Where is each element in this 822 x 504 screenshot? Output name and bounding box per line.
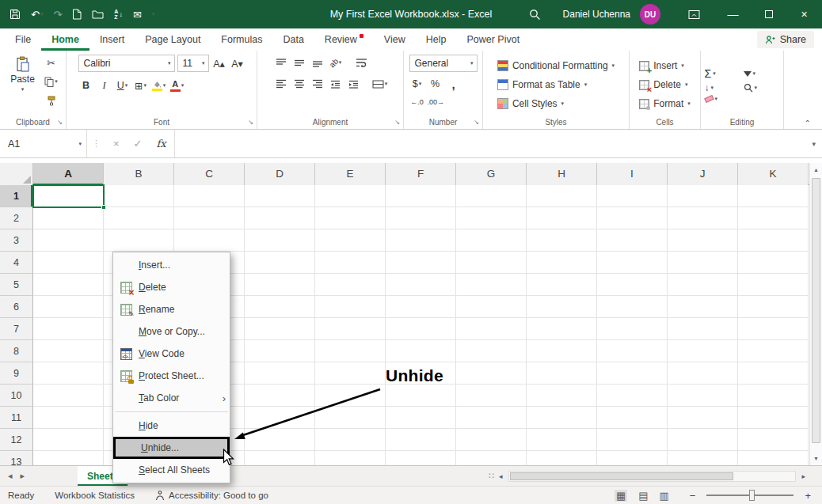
accessibility-status[interactable]: Accessibility: Good to go	[155, 491, 268, 501]
cell-f2[interactable]	[386, 207, 456, 229]
scroll-up-arrow-icon[interactable]: ▴	[810, 163, 822, 176]
zoom-in-button[interactable]: +	[805, 490, 811, 502]
tab-file[interactable]: File	[5, 28, 41, 51]
cell-c1[interactable]	[174, 185, 245, 207]
cell-j11[interactable]	[668, 407, 738, 429]
decrease-indent-button[interactable]	[328, 76, 344, 92]
cell-f8[interactable]	[386, 340, 456, 362]
font-size-combo[interactable]: 11 ▾	[177, 55, 209, 72]
menu-item-unhide[interactable]: Unhide...	[113, 437, 230, 459]
cell-k1[interactable]	[738, 185, 809, 207]
cell-g2[interactable]	[456, 207, 527, 229]
clear-button[interactable]: ▾	[705, 96, 741, 102]
scroll-right-arrow-icon[interactable]: ▸	[799, 472, 808, 480]
column-header-b[interactable]: B	[104, 163, 174, 185]
cell-h1[interactable]	[527, 185, 597, 207]
middle-align-button[interactable]	[291, 55, 307, 70]
cell-i6[interactable]	[597, 296, 668, 318]
cell-i4[interactable]	[597, 252, 668, 274]
cell-j5[interactable]	[668, 274, 738, 296]
cell-e1[interactable]	[315, 185, 386, 207]
cell-f6[interactable]	[386, 296, 456, 318]
bold-button[interactable]: B	[78, 78, 94, 93]
row-header-2[interactable]: 2	[0, 207, 33, 229]
sheet-nav-left-icon[interactable]: ◂	[8, 471, 13, 481]
cell-j6[interactable]	[668, 296, 738, 318]
bottom-align-button[interactable]	[310, 55, 325, 70]
row-header-7[interactable]: 7	[0, 318, 33, 340]
cell-a3[interactable]	[33, 229, 104, 252]
cell-a13[interactable]	[33, 451, 104, 465]
cell-e6[interactable]	[315, 296, 386, 318]
cell-a10[interactable]	[33, 385, 104, 407]
horizontal-scrollbar[interactable]: ∷ ◂ ▸	[487, 466, 809, 486]
cell-b3[interactable]	[104, 229, 174, 252]
cell-h13[interactable]	[527, 451, 597, 465]
number-format-combo[interactable]: General ▾	[409, 55, 478, 72]
cell-d4[interactable]	[245, 252, 315, 274]
cell-g5[interactable]	[456, 274, 527, 296]
cell-g13[interactable]	[456, 451, 527, 465]
cell-h3[interactable]	[527, 229, 597, 252]
zoom-out-button[interactable]: −	[690, 490, 696, 502]
column-header-a[interactable]: A	[33, 163, 104, 185]
percent-style-button[interactable]: %	[428, 76, 443, 92]
cell-k3[interactable]	[738, 229, 809, 252]
cell-j12[interactable]	[668, 429, 738, 451]
decrease-font-size-button[interactable]: A▾	[230, 55, 245, 71]
cell-e5[interactable]	[315, 274, 386, 296]
wrap-text-button[interactable]	[354, 55, 370, 70]
page-layout-view-button[interactable]: ▤	[638, 490, 648, 502]
vertical-scrollbar[interactable]: ▴ ▾	[809, 163, 822, 465]
cell-d9[interactable]	[245, 362, 315, 385]
cell-k8[interactable]	[738, 340, 809, 362]
menu-item-rename[interactable]: Rename	[113, 298, 230, 320]
column-header-c[interactable]: C	[174, 163, 245, 185]
row-header-8[interactable]: 8	[0, 340, 33, 362]
cell-d5[interactable]	[245, 274, 315, 296]
column-header-j[interactable]: J	[668, 163, 738, 185]
cell-d7[interactable]	[245, 318, 315, 340]
conditional-formatting-button[interactable]: Conditional Formatting ▾	[497, 58, 615, 74]
cell-j3[interactable]	[668, 229, 738, 252]
center-button[interactable]	[291, 76, 307, 92]
enter-icon[interactable]: ✓	[134, 138, 143, 150]
share-button[interactable]: Share	[757, 31, 814, 48]
find-select-button[interactable]: ▾	[744, 83, 780, 93]
format-as-table-button[interactable]: Format as Table ▾	[497, 77, 615, 93]
cell-a2[interactable]	[33, 207, 104, 229]
cell-e8[interactable]	[315, 340, 386, 362]
cell-h5[interactable]	[527, 274, 597, 296]
row-header-11[interactable]: 11	[0, 407, 33, 429]
column-header-f[interactable]: F	[386, 163, 456, 185]
cell-e9[interactable]	[315, 362, 386, 385]
cell-b1[interactable]	[104, 185, 174, 207]
cancel-icon[interactable]: ×	[113, 138, 120, 150]
format-cells-button[interactable]: Format ▾	[639, 96, 691, 112]
cell-a9[interactable]	[33, 362, 104, 385]
cell-j13[interactable]	[668, 451, 738, 465]
cell-d8[interactable]	[245, 340, 315, 362]
tab-split-grip-icon[interactable]: ∷	[489, 471, 493, 481]
cell-c3[interactable]	[174, 229, 245, 252]
cell-h9[interactable]	[527, 362, 597, 385]
cell-d13[interactable]	[245, 451, 315, 465]
tab-formulas[interactable]: Formulas	[211, 28, 272, 51]
user-name[interactable]: Daniel Uchenna	[563, 9, 630, 20]
column-header-i[interactable]: I	[597, 163, 668, 185]
cell-h2[interactable]	[527, 207, 597, 229]
menu-item-protect-sheet[interactable]: Protect Sheet...	[113, 365, 230, 387]
select-all-button[interactable]	[0, 163, 33, 185]
align-right-button[interactable]	[310, 76, 325, 92]
cell-d10[interactable]	[245, 385, 315, 407]
cell-h8[interactable]	[527, 340, 597, 362]
cell-a8[interactable]	[33, 340, 104, 362]
cell-f3[interactable]	[386, 229, 456, 252]
cell-h6[interactable]	[527, 296, 597, 318]
cell-k12[interactable]	[738, 429, 809, 451]
collapse-ribbon-chevron-icon[interactable]: ⌃	[805, 119, 811, 127]
cell-e11[interactable]	[315, 407, 386, 429]
save-icon[interactable]	[10, 9, 21, 20]
sheet-nav-right-icon[interactable]: ▸	[21, 471, 25, 481]
cell-j4[interactable]	[668, 252, 738, 274]
